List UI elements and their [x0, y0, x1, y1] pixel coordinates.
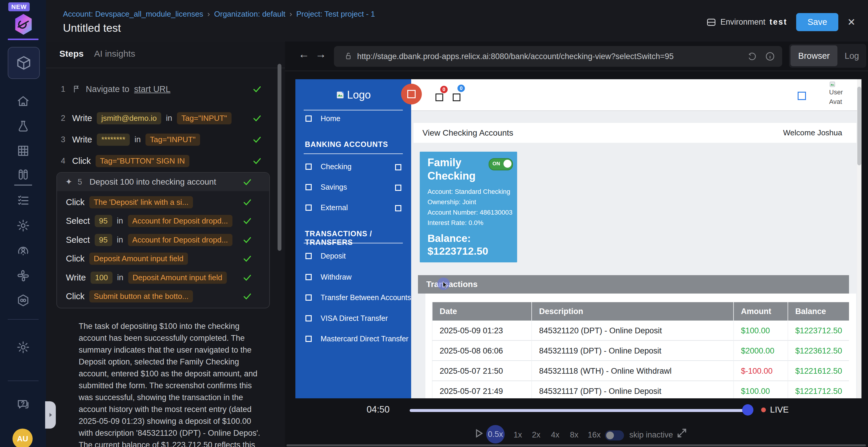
horizontal-scrollbar[interactable] — [286, 444, 866, 446]
breadcrumb-account[interactable]: Account: Devspace_all_module_licenses — [63, 9, 203, 19]
col-header-date[interactable]: Date — [432, 302, 531, 321]
step-group-header[interactable]: ✦ 5 Deposit 100 into checking account — [57, 173, 269, 191]
speed-1x[interactable]: 1x — [514, 430, 522, 440]
table-row[interactable]: 2025-05-09 01:23 845321120 (DPT) - Onlin… — [432, 321, 849, 341]
sidebar-item-integrations[interactable] — [16, 268, 31, 283]
speed-0-5x-active[interactable]: 0.5x — [486, 425, 505, 443]
substep-row-5[interactable]: Write 100 in Deposit Amount input field — [66, 270, 259, 285]
sidebar-item-help[interactable] — [16, 396, 31, 412]
bank-nav-savings[interactable]: Savings — [296, 179, 411, 195]
sidebar-item-home[interactable] — [16, 94, 31, 109]
step-locator-chip[interactable]: Deposit Amount input field — [89, 253, 188, 265]
viewport-scrollbar-thumb[interactable] — [857, 87, 861, 165]
sidebar-item-ci-cd[interactable] — [16, 293, 31, 308]
breadcrumb-project[interactable]: Project: Test project - 1 — [296, 9, 375, 19]
sidebar-item-settings[interactable] — [16, 218, 31, 233]
info-icon[interactable] — [765, 51, 775, 61]
substep-row-2[interactable]: Select 95 in Account for Deposit dropd..… — [66, 214, 259, 228]
account-toggle-on[interactable]: ON — [489, 158, 513, 170]
reload-icon[interactable] — [747, 51, 757, 61]
timeline-track[interactable] — [410, 409, 746, 412]
timeline-thumb[interactable] — [742, 404, 753, 416]
bank-nav-home[interactable]: Home — [296, 111, 411, 126]
url-bar[interactable]: http://stage.dbank.prod-apps.relicx.ai:8… — [334, 46, 782, 67]
substep-row-1[interactable]: Click The 'Deposit' link with a si... — [66, 195, 259, 209]
step-value-chip[interactable]: 100 — [91, 272, 112, 284]
speed-4x[interactable]: 4x — [551, 430, 560, 440]
sidebar-item-suites[interactable] — [16, 143, 31, 159]
bank-nav-deposit[interactable]: Deposit — [296, 248, 411, 263]
table-row[interactable]: 2025-05-07 21:50 845321118 (WTH) - Onlin… — [432, 361, 849, 381]
stop-recording-indicator[interactable] — [401, 84, 422, 104]
topbar-square-icon[interactable] — [798, 92, 806, 100]
start-url-link[interactable]: start URL — [134, 84, 170, 94]
step-locator-chip[interactable]: Account for Deposit dropd... — [128, 215, 232, 227]
table-row[interactable]: 2025-05-07 21:49 845321117 (DPT) - Onlin… — [432, 381, 849, 398]
menu-square-icon — [306, 274, 312, 280]
step-locator-chip[interactable]: Tag="INPUT" — [177, 112, 231, 124]
breadcrumb-organization[interactable]: Organization: default — [214, 9, 285, 19]
steps-scrollbar[interactable] — [278, 64, 281, 251]
bank-nav-transfer[interactable]: Transfer Between Accounts — [296, 290, 411, 305]
fullscreen-button[interactable] — [676, 427, 687, 439]
sidebar-item-admin-settings[interactable] — [16, 340, 31, 355]
sidebar-item-explore[interactable] — [16, 244, 31, 259]
browser-back-button[interactable]: ← — [298, 48, 309, 61]
table-row[interactable]: 2025-05-08 06:06 845321119 (DPT) - Onlin… — [432, 341, 849, 361]
bank-nav-checking[interactable]: Checking — [296, 159, 411, 174]
environment-selector[interactable]: Environment test — [706, 17, 787, 27]
step-row-1[interactable]: 1 Navigate to start URL — [61, 82, 269, 96]
step-locator-chip[interactable]: The 'Deposit' link with a si... — [89, 196, 193, 209]
sidebar-item-tests[interactable] — [16, 119, 31, 134]
message-icon[interactable] — [453, 94, 460, 101]
url-text[interactable]: http://stage.dbank.prod-apps.relicx.ai:8… — [357, 46, 674, 67]
col-header-balance[interactable]: Balance — [787, 302, 849, 321]
step-value-chip[interactable]: jsmith@demo.io — [97, 112, 161, 124]
col-header-amount[interactable]: Amount — [733, 302, 787, 321]
step-locator-chip[interactable]: Tag="BUTTON" SIGN IN — [96, 155, 189, 167]
step-value-chip[interactable]: 95 — [95, 215, 112, 227]
tab-log[interactable]: Log — [837, 51, 866, 61]
step-row-2[interactable]: 2 Write jsmith@demo.io in Tag="INPUT" — [61, 111, 269, 125]
tab-browser-active[interactable]: Browser — [790, 45, 837, 66]
panel-collapse-handle[interactable] — [45, 401, 56, 428]
step-locator-chip[interactable]: Account for Deposit dropd... — [128, 234, 232, 246]
step-value-chip[interactable]: 95 — [95, 234, 112, 246]
sidebar-item-builder-active[interactable] — [8, 47, 40, 79]
speed-2x[interactable]: 2x — [532, 430, 540, 440]
bank-nav-withdraw[interactable]: Withdraw — [296, 269, 411, 285]
account-card[interactable]: Family Checking ON Account: Standard Che… — [420, 152, 517, 262]
speed-16x[interactable]: 16x — [588, 430, 601, 440]
bank-logo[interactable]: Logo — [296, 85, 411, 105]
substep-row-4[interactable]: Click Deposit Amount input field — [66, 251, 259, 266]
tab-steps[interactable]: Steps — [59, 49, 84, 59]
save-button[interactable]: Save — [796, 13, 838, 31]
step-locator-chip[interactable]: Deposit Amount input field — [128, 272, 227, 284]
step-locator-chip[interactable]: Tag="INPUT" — [146, 134, 200, 146]
step-text: Navigate to — [86, 84, 129, 94]
substep-row-3[interactable]: Select 95 in Account for Deposit dropd..… — [66, 233, 259, 247]
bank-nav-visa-transfer[interactable]: VISA Direct Transfer — [296, 311, 411, 326]
user-avatar[interactable]: AU — [12, 428, 33, 447]
sidebar-item-test-runs-active[interactable] — [16, 167, 31, 183]
skip-inactive-toggle[interactable] — [605, 430, 624, 441]
app-logo[interactable] — [13, 13, 34, 36]
step-row-3[interactable]: 3 Write ******** in Tag="INPUT" — [61, 132, 269, 147]
sidebar-item-results[interactable] — [16, 193, 31, 209]
bank-nav-external[interactable]: External — [296, 200, 411, 215]
step-locator-chip[interactable]: Submit button at the botto... — [89, 290, 193, 302]
speed-8x[interactable]: 8x — [570, 430, 579, 440]
col-header-description[interactable]: Description — [531, 302, 733, 321]
notification-icon[interactable] — [435, 94, 443, 101]
substep-row-6[interactable]: Click Submit button at the botto... — [66, 289, 259, 304]
step-row-4[interactable]: 4 Click Tag="BUTTON" SIGN IN — [61, 154, 269, 168]
step-connector: in — [117, 273, 123, 282]
tab-ai-insights[interactable]: AI insights — [94, 49, 135, 59]
close-icon[interactable]: ✕ — [847, 16, 856, 28]
browser-forward-button[interactable]: → — [315, 48, 326, 61]
step-value-chip[interactable]: ******** — [97, 134, 130, 146]
play-button[interactable] — [473, 427, 485, 439]
user-avatar-broken[interactable]: User Avat — [829, 81, 843, 106]
transactions-header-bar[interactable]: Transactions — [418, 275, 849, 293]
bank-nav-mastercard-transfer[interactable]: Mastercard Direct Transfer — [296, 331, 411, 346]
